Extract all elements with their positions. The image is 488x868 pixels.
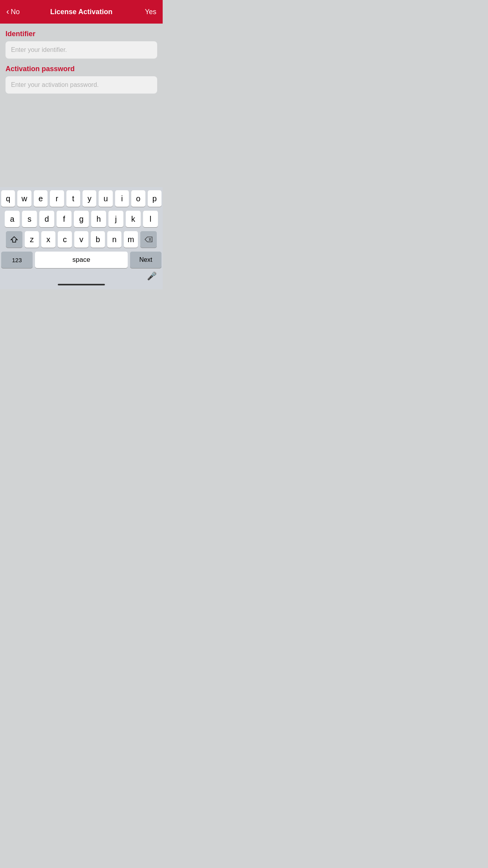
key-t[interactable]: t — [66, 190, 80, 207]
key-l[interactable]: l — [143, 211, 158, 227]
key-w[interactable]: w — [17, 190, 31, 207]
delete-key[interactable] — [140, 231, 157, 248]
home-bar — [58, 284, 105, 285]
key-d[interactable]: d — [39, 211, 54, 227]
key-k[interactable]: k — [126, 211, 141, 227]
yes-button[interactable]: Yes — [145, 8, 156, 16]
key-x[interactable]: x — [41, 231, 55, 248]
space-key[interactable]: space — [35, 252, 128, 268]
key-i[interactable]: i — [115, 190, 129, 207]
key-m[interactable]: m — [124, 231, 138, 248]
password-input[interactable] — [6, 76, 157, 94]
key-c[interactable]: c — [58, 231, 72, 248]
key-v[interactable]: v — [74, 231, 88, 248]
identifier-label: Identifier — [6, 30, 157, 38]
keyboard-row-2: a s d f g h j k l — [1, 211, 161, 227]
key-g[interactable]: g — [74, 211, 89, 227]
key-f[interactable]: f — [57, 211, 72, 227]
key-u[interactable]: u — [99, 190, 112, 207]
key-z[interactable]: z — [25, 231, 39, 248]
key-j[interactable]: j — [108, 211, 123, 227]
key-b[interactable]: b — [91, 231, 105, 248]
page-title: License Activation — [50, 8, 112, 16]
keyboard-bottom-row: 123 space Next — [1, 252, 161, 268]
mic-icon[interactable]: 🎤 — [147, 271, 157, 281]
key-h[interactable]: h — [91, 211, 106, 227]
back-button[interactable]: ‹ No — [6, 7, 20, 17]
keyboard-row-3: z x c v b n m — [1, 231, 161, 248]
key-n[interactable]: n — [107, 231, 121, 248]
numbers-key[interactable]: 123 — [1, 252, 33, 268]
next-key[interactable]: Next — [130, 252, 161, 268]
navigation-bar: ‹ No License Activation Yes — [0, 0, 163, 24]
password-label: Activation password — [6, 65, 157, 73]
keyboard: q w e r t y u i o p a s d f g h j k l z … — [0, 187, 163, 289]
identifier-input[interactable] — [6, 41, 157, 59]
keyboard-row-1: q w e r t y u i o p — [1, 190, 161, 207]
key-q[interactable]: q — [1, 190, 15, 207]
key-o[interactable]: o — [131, 190, 145, 207]
shift-key[interactable] — [6, 231, 22, 248]
key-s[interactable]: s — [22, 211, 37, 227]
key-a[interactable]: a — [5, 211, 20, 227]
key-r[interactable]: r — [50, 190, 64, 207]
key-y[interactable]: y — [83, 190, 96, 207]
form-area: Identifier Activation password — [0, 24, 163, 100]
home-indicator — [1, 282, 161, 288]
key-p[interactable]: p — [148, 190, 161, 207]
chevron-left-icon: ‹ — [6, 7, 9, 17]
key-e[interactable]: e — [34, 190, 48, 207]
back-label: No — [11, 8, 20, 16]
mic-row: 🎤 — [1, 271, 161, 281]
